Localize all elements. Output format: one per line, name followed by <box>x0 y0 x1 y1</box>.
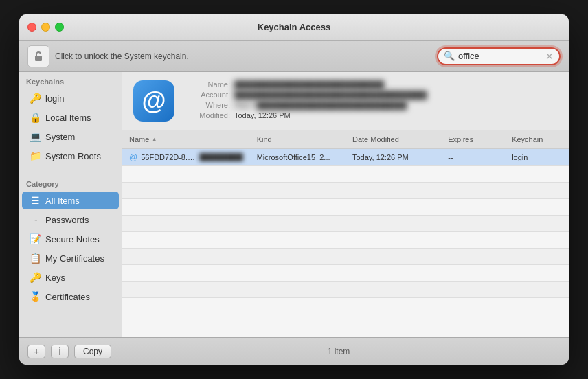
modified-value: Today, 12:26 PM <box>234 111 291 119</box>
table-row[interactable]: @ 56FDD72D-8...4... ████████████ Microso… <box>122 149 569 166</box>
sidebar-label-my-certificates: My Certificates <box>45 253 104 264</box>
sidebar-divider <box>19 170 122 170</box>
window-title: Keychain Access <box>258 22 330 32</box>
copy-button[interactable]: Copy <box>74 345 111 358</box>
sidebar-item-system-roots[interactable]: 📁 System Roots <box>22 147 119 165</box>
empty-row-6 <box>122 249 569 265</box>
name-value: ████████████████████████████ <box>234 80 384 89</box>
sidebar-item-all-items[interactable]: ☰ All Items <box>22 192 119 209</box>
table-header: Name ▲ Kind Date Modified Expires Keycha… <box>122 130 569 149</box>
system-roots-icon: 📁 <box>29 150 41 162</box>
all-items-icon: ☰ <box>29 194 41 207</box>
copy-label: Copy <box>83 347 102 356</box>
sidebar-label-system-roots: System Roots <box>45 151 101 161</box>
sidebar-item-my-certificates[interactable]: 📋 My Certificates <box>22 249 119 267</box>
account-label: Account: <box>185 91 230 99</box>
sidebar-label-local-items: Local Items <box>45 113 91 123</box>
main-window: Keychain Access Click to unlock the Syst… <box>19 14 569 365</box>
detail-row-modified: Modified: Today, 12:26 PM <box>185 111 558 119</box>
empty-row-3 <box>122 199 569 216</box>
col-kind[interactable]: Kind <box>250 133 346 146</box>
cell-kind: MicrosoftOffice15_2... <box>250 149 346 165</box>
table-container: Name ▲ Kind Date Modified Expires Keycha… <box>122 130 569 337</box>
sidebar-label-secure-notes: Secure Notes <box>45 234 100 244</box>
empty-rows <box>122 166 569 298</box>
empty-row-8 <box>122 282 569 298</box>
sidebar-label-all-items: All Items <box>45 196 80 206</box>
empty-row-1 <box>122 166 569 183</box>
main-content: Keychains 🔑 login 🔒 Local Items 💻 System… <box>19 72 569 337</box>
lock-text: Click to unlock the System keychain. <box>55 51 189 61</box>
search-icon: 🔍 <box>444 51 455 61</box>
cell-date-modified: Today, 12:26 PM <box>346 149 441 165</box>
col-expires[interactable]: Expires <box>441 133 505 146</box>
titlebar: Keychain Access <box>19 14 569 41</box>
sort-arrow-icon: ▲ <box>151 136 157 143</box>
item-details: Name: ████████████████████████████ Accou… <box>185 80 558 119</box>
sidebar-item-certificates[interactable]: 🏅 Certificates <box>22 288 119 306</box>
info-button[interactable]: i <box>51 345 69 358</box>
toolbar: Click to unlock the System keychain. 🔍 o… <box>19 41 569 72</box>
detail-row-account: Account: ███████████████████████████████… <box>185 91 558 99</box>
passwords-icon: ··· <box>29 214 41 226</box>
sidebar-item-secure-notes[interactable]: 📝 Secure Notes <box>22 230 119 248</box>
lock-icon[interactable] <box>27 45 49 67</box>
cell-name-text: 56FDD72D-8...4... <box>141 153 196 161</box>
detail-row-name: Name: ████████████████████████████ <box>185 80 558 89</box>
sidebar-item-local-items[interactable]: 🔒 Local Items <box>22 108 119 126</box>
empty-row-7 <box>122 265 569 282</box>
minimize-button[interactable] <box>41 23 50 32</box>
my-certificates-icon: 📋 <box>29 252 41 264</box>
keychains-label: Keychains <box>19 72 122 89</box>
empty-row-5 <box>122 232 569 249</box>
info-icon: i <box>58 346 60 357</box>
name-label: Name: <box>185 80 230 89</box>
cell-expires: -- <box>441 149 505 165</box>
status-bar: 1 item <box>117 347 561 356</box>
search-box[interactable]: 🔍 office ✕ <box>437 47 561 65</box>
sidebar-item-system[interactable]: 💻 System <box>22 128 119 146</box>
system-icon: 💻 <box>29 130 41 143</box>
sidebar-label-login: login <box>45 93 64 104</box>
item-info-header: @ Name: ████████████████████████████ Acc… <box>122 72 569 130</box>
sidebar-label-system: System <box>45 132 75 142</box>
sidebar-item-passwords[interactable]: ··· Passwords <box>22 211 119 229</box>
secure-notes-icon: 📝 <box>29 233 41 245</box>
traffic-lights <box>27 23 64 32</box>
cell-name: @ 56FDD72D-8...4... ████████████ <box>122 149 250 165</box>
sidebar-label-passwords: Passwords <box>45 215 89 225</box>
col-keychain[interactable]: Keychain <box>505 133 569 146</box>
detail-row-url: Where: https://█████████████████████████… <box>185 101 558 109</box>
login-icon: 🔑 <box>29 92 41 104</box>
detail-panel: @ Name: ████████████████████████████ Acc… <box>122 72 569 337</box>
search-input[interactable]: office <box>458 51 542 61</box>
account-value: ████████████████████████████████████ <box>234 91 427 99</box>
add-icon: + <box>34 346 39 357</box>
sidebar: Keychains 🔑 login 🔒 Local Items 💻 System… <box>19 72 122 337</box>
at-icon: @ <box>142 87 166 115</box>
cell-name-blurred: ████████████ <box>199 153 243 161</box>
sidebar-item-keys[interactable]: 🔑 Keys <box>22 268 119 286</box>
cell-keychain: login <box>505 149 569 165</box>
url-label: Where: <box>185 101 230 109</box>
col-name[interactable]: Name ▲ <box>122 133 250 146</box>
keys-icon: 🔑 <box>29 271 41 284</box>
close-button[interactable] <box>27 23 36 32</box>
item-icon: @ <box>133 80 174 122</box>
col-date-modified[interactable]: Date Modified <box>346 133 441 146</box>
sidebar-label-keys: Keys <box>45 273 65 283</box>
empty-row-2 <box>122 183 569 199</box>
maximize-button[interactable] <box>55 23 64 32</box>
row-at-icon: @ <box>129 152 137 162</box>
category-label: Category <box>19 174 122 191</box>
bottom-bar: + i Copy 1 item <box>19 337 569 365</box>
empty-row-4 <box>122 216 569 232</box>
add-button[interactable]: + <box>27 345 45 358</box>
local-items-icon: 🔒 <box>29 111 41 124</box>
search-clear-icon[interactable]: ✕ <box>545 51 554 62</box>
modified-label: Modified: <box>185 111 230 119</box>
svg-rect-0 <box>35 56 42 61</box>
url-value: https://████████████████████████████ <box>234 101 407 109</box>
sidebar-item-login[interactable]: 🔑 login <box>22 89 119 107</box>
item-count: 1 item <box>328 347 350 356</box>
